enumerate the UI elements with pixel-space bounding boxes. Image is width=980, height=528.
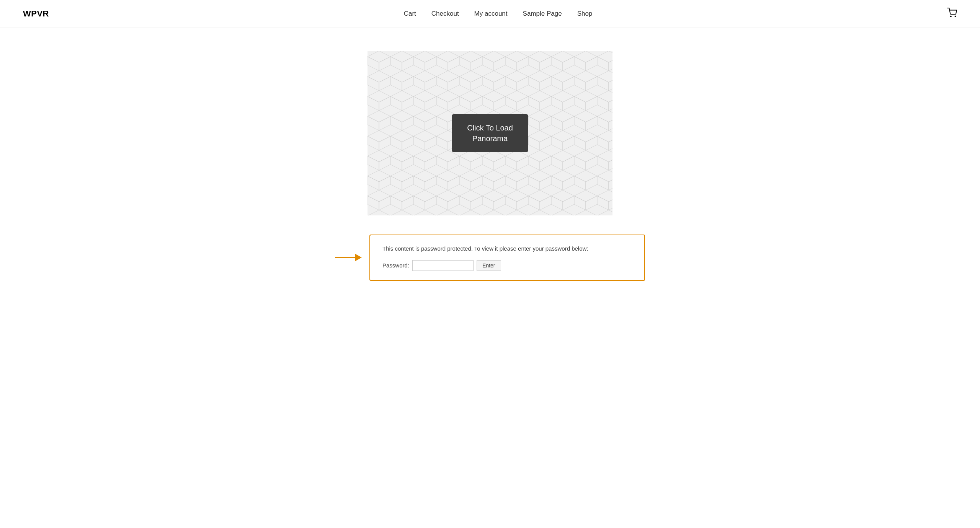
nav-checkout[interactable]: Checkout (431, 10, 459, 18)
enter-button[interactable]: Enter (477, 260, 501, 271)
nav-cart[interactable]: Cart (404, 10, 416, 18)
cart-icon[interactable] (947, 8, 957, 20)
load-panorama-button[interactable]: Click To Load Panorama (452, 114, 528, 152)
arrow-icon (335, 251, 362, 264)
nav-shop[interactable]: Shop (577, 10, 593, 18)
svg-point-1 (955, 16, 956, 17)
site-logo[interactable]: WPVR (23, 9, 49, 19)
password-input[interactable] (412, 260, 474, 271)
nav-sample-page[interactable]: Sample Page (523, 10, 562, 18)
nav-my-account[interactable]: My account (474, 10, 508, 18)
password-section: This content is password protected. To v… (335, 235, 645, 281)
password-field-row: Password: Enter (382, 260, 632, 271)
panorama-viewer: Click To Load Panorama (368, 51, 612, 215)
svg-point-0 (951, 16, 951, 17)
arrow-container (335, 251, 362, 264)
main-nav: Cart Checkout My account Sample Page Sho… (404, 10, 593, 18)
password-label: Password: (382, 262, 409, 269)
password-box: This content is password protected. To v… (369, 235, 645, 281)
password-message: This content is password protected. To v… (382, 244, 632, 253)
svg-marker-7 (355, 254, 362, 261)
